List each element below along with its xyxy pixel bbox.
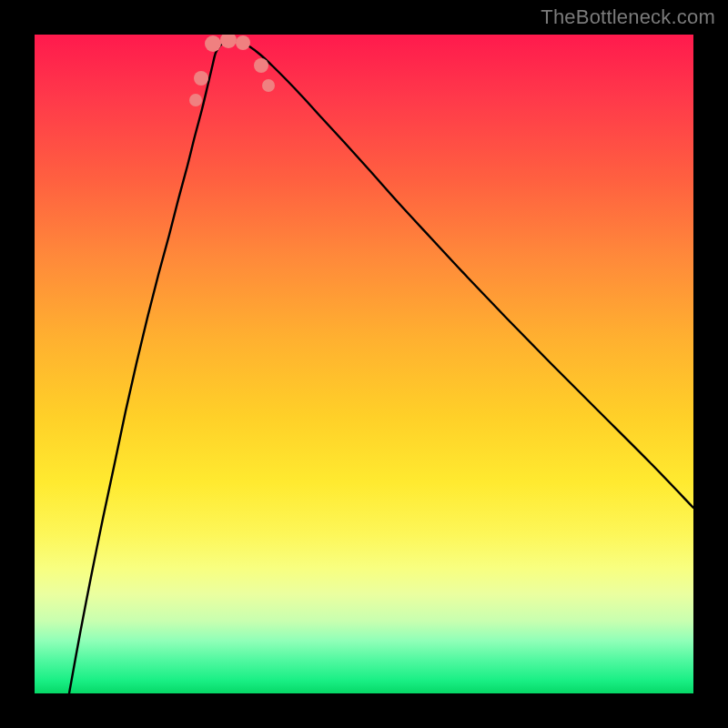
chart-svg — [35, 35, 693, 693]
marker-left-upper — [189, 94, 202, 106]
marker-right-upper — [262, 79, 275, 92]
watermark-text: TheBottleneck.com — [541, 5, 715, 29]
chart-frame: TheBottleneck.com — [0, 0, 728, 728]
curve-markers — [189, 35, 275, 106]
bottleneck-curve — [69, 40, 693, 693]
marker-bottom-a — [205, 35, 221, 52]
marker-right-lower — [254, 58, 268, 73]
plot-area — [35, 35, 693, 693]
marker-bottom-b — [220, 35, 237, 48]
marker-left-lower — [194, 71, 208, 86]
marker-bottom-c — [236, 35, 250, 50]
